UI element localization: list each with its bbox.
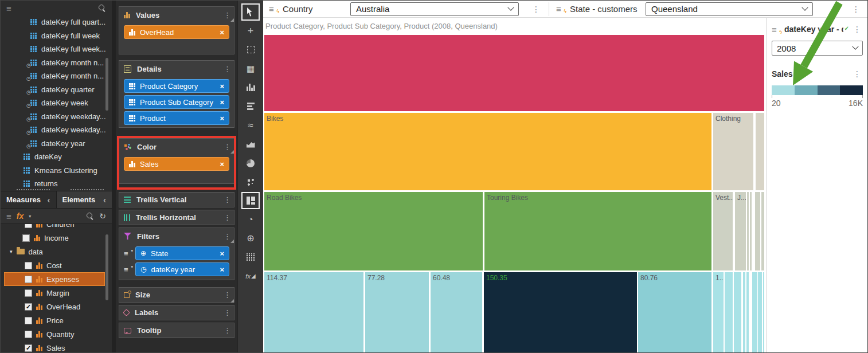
- pill-product-sub-category[interactable]: Product Sub Category×: [124, 95, 229, 109]
- kebab-menu-icon[interactable]: ⋮: [850, 5, 862, 14]
- kebab-menu-icon[interactable]: ⋮: [530, 5, 542, 14]
- measure-checkbox[interactable]: [25, 262, 32, 269]
- measure-item-children[interactable]: Children: [1, 224, 112, 231]
- measure-checkbox[interactable]: ✓: [25, 344, 32, 352]
- line-chart-tool[interactable]: [241, 116, 260, 134]
- field-item-datekey[interactable]: dateKey: [1, 150, 112, 164]
- treemap-cell[interactable]: [725, 272, 733, 352]
- treemap-cell[interactable]: [763, 272, 764, 352]
- panel-resize-handle[interactable]: [17, 189, 50, 191]
- menu-icon[interactable]: ≡: [6, 212, 11, 221]
- treemap-cell-j[interactable]: J...: [735, 192, 746, 270]
- year-dropdown[interactable]: 2008: [772, 41, 863, 56]
- treemap-cell[interactable]: [264, 35, 764, 111]
- remove-icon[interactable]: ×: [220, 82, 224, 91]
- treemap-cell[interactable]: [750, 192, 752, 270]
- chevron-down-icon[interactable]: ▾: [29, 214, 31, 219]
- filter-menu-icon[interactable]: [124, 250, 132, 257]
- field-item-datekey-full-week[interactable]: dateKey full week: [1, 29, 112, 43]
- remove-icon[interactable]: ×: [220, 249, 224, 258]
- measure-checkbox[interactable]: [25, 331, 32, 338]
- treemap-cell-60-48[interactable]: 60.48: [431, 272, 482, 352]
- kebab-menu-icon[interactable]: ⋮: [224, 291, 229, 299]
- marquee-select-tool[interactable]: [241, 41, 260, 58]
- expand-arrow-icon[interactable]: ▾: [10, 249, 13, 254]
- pill-overhead[interactable]: OverHead×: [124, 25, 229, 39]
- measures-scrollbar[interactable]: [105, 234, 108, 300]
- kebab-menu-icon[interactable]: ⋮: [224, 214, 229, 221]
- pointer-tool[interactable]: [241, 3, 260, 21]
- menu-icon[interactable]: ≡: [6, 4, 11, 13]
- field-item-datekey-year[interactable]: ◷dateKey year: [1, 137, 112, 151]
- field-item-datekey-week[interactable]: ◷dateKey week: [1, 96, 112, 110]
- remove-icon[interactable]: ×: [220, 160, 224, 168]
- treemap-cell-bikes[interactable]: Bikes: [264, 113, 711, 190]
- tab-measures[interactable]: Measures ‹: [1, 191, 56, 208]
- search-icon[interactable]: [86, 212, 94, 220]
- filter-icon[interactable]: [832, 6, 840, 13]
- field-item-datekey-quarter[interactable]: ◷dateKey quarter: [1, 83, 112, 97]
- field-item-kmeans-clustering[interactable]: Kmeans Clustering: [1, 164, 112, 178]
- fields-scrollbar[interactable]: [105, 58, 108, 111]
- matrix-tool[interactable]: [241, 248, 260, 266]
- treemap-cell-1[interactable]: 1...: [713, 272, 724, 352]
- field-item-datekey-full-week[interactable]: dateKey full week...: [1, 42, 112, 56]
- treemap-cell[interactable]: [758, 272, 762, 352]
- pill-product-category[interactable]: Product Category×: [124, 79, 229, 93]
- state-dropdown[interactable]: Queensland: [646, 2, 813, 16]
- measure-item-quantity[interactable]: Quantity: [1, 327, 112, 341]
- kebab-menu-icon[interactable]: ⋮: [851, 25, 863, 34]
- filter-menu-icon[interactable]: [124, 266, 132, 273]
- treemap-cell-114-37[interactable]: 114.37: [264, 272, 363, 352]
- field-item-datekey-weekday[interactable]: ◷dateKey weekday...: [1, 123, 112, 137]
- measure-checkbox[interactable]: [22, 234, 30, 242]
- panel-resize-handle[interactable]: [71, 189, 104, 191]
- collapse-icon[interactable]: ‹: [103, 195, 106, 205]
- treemap-cell-road-bikes[interactable]: Road Bikes: [264, 192, 483, 270]
- measure-checkbox[interactable]: [25, 224, 32, 228]
- bar-chart-tool[interactable]: [241, 97, 260, 115]
- kebab-menu-icon[interactable]: ⋮: [224, 309, 229, 316]
- fx-button[interactable]: fx: [17, 211, 24, 221]
- gauge-tool[interactable]: [241, 210, 260, 228]
- measure-checkbox[interactable]: ✓: [25, 303, 32, 311]
- crosshair-tool[interactable]: [241, 22, 260, 40]
- treemap-cell-80-76[interactable]: 80.76: [638, 272, 711, 352]
- search-icon[interactable]: [98, 4, 106, 12]
- pill-product[interactable]: Product×: [124, 111, 229, 125]
- pill-state[interactable]: ⊕State×: [135, 246, 229, 260]
- field-item-datekey-weekday[interactable]: ◷dateKey weekday...: [1, 110, 112, 124]
- kebab-menu-icon[interactable]: ⋮: [851, 69, 863, 79]
- area-chart-tool[interactable]: [241, 135, 260, 153]
- remove-icon[interactable]: ×: [220, 114, 224, 123]
- kebab-menu-icon[interactable]: ⋮: [224, 233, 229, 240]
- kebab-menu-icon[interactable]: ⋮: [224, 11, 229, 19]
- field-item-returns[interactable]: returns: [1, 177, 112, 191]
- scatter-chart-tool[interactable]: [241, 173, 260, 191]
- tab-elements[interactable]: Elements ‹: [56, 191, 112, 208]
- kebab-menu-icon[interactable]: ⋮: [224, 65, 229, 73]
- measure-item-data[interactable]: ▾data: [1, 245, 112, 258]
- measure-checkbox[interactable]: [25, 289, 32, 297]
- treemap-cell[interactable]: [756, 113, 764, 190]
- treemap-cell-150-35[interactable]: 150.35: [484, 272, 637, 352]
- pill-datekey-year[interactable]: ◷dateKey year×: [135, 262, 229, 276]
- treemap-cell-touring-bikes[interactable]: Touring Bikes: [484, 192, 711, 270]
- fx-chart-tool[interactable]: [241, 267, 260, 285]
- treemap-cell[interactable]: [743, 272, 745, 352]
- treemap-cell[interactable]: [734, 272, 741, 352]
- column-chart-tool[interactable]: [241, 79, 260, 96]
- pie-chart-tool[interactable]: [241, 154, 260, 172]
- field-item-datekey-month-n[interactable]: ◷dateKey month n...: [1, 56, 112, 70]
- treemap-cell-vest[interactable]: Vest...: [713, 192, 733, 270]
- kebab-menu-icon[interactable]: ⋮: [224, 143, 229, 151]
- remove-icon[interactable]: ×: [220, 28, 224, 37]
- pill-sales[interactable]: Sales×: [124, 157, 229, 171]
- measure-item-sales[interactable]: ✓Sales: [1, 341, 112, 352]
- refresh-icon[interactable]: ↻: [99, 211, 106, 221]
- measure-item-price[interactable]: Price: [1, 313, 112, 327]
- treemap-cell[interactable]: [746, 272, 749, 352]
- treemap-cell[interactable]: [755, 192, 760, 270]
- treemap-cell[interactable]: [761, 192, 764, 270]
- map-tool[interactable]: [241, 229, 260, 247]
